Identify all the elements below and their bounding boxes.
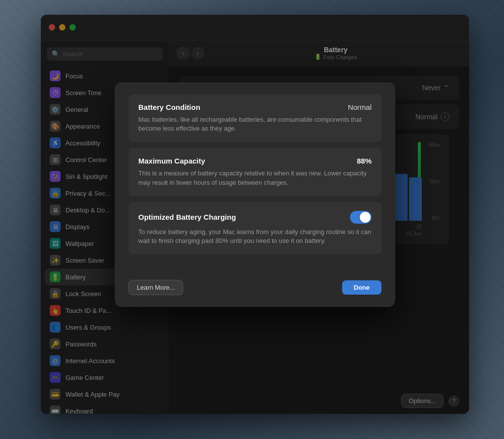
modal-footer: Learn More... Done xyxy=(115,272,395,307)
modal-overlay: Battery Condition Normal Mac batteries, … xyxy=(41,15,469,414)
battery-condition-section: Battery Condition Normal Mac batteries, … xyxy=(128,94,381,142)
modal-body: Battery Condition Normal Mac batteries, … xyxy=(115,82,395,272)
optimized-charging-toggle[interactable] xyxy=(350,211,372,224)
system-preferences-window: 🔍 🌙Focus⏱Screen Time⚙️General🎨Appearance… xyxy=(41,15,469,414)
optimized-charging-header: Optimized Battery Charging xyxy=(138,211,372,224)
battery-condition-title: Battery Condition xyxy=(138,103,200,111)
toggle-knob xyxy=(360,212,371,223)
learn-more-button[interactable]: Learn More... xyxy=(128,280,183,295)
battery-condition-header: Battery Condition Normal xyxy=(138,103,372,111)
optimized-charging-desc: To reduce battery aging, your Mac learns… xyxy=(138,228,372,245)
maximum-capacity-section: Maximum Capacity 88% This is a measure o… xyxy=(128,148,381,196)
battery-condition-value: Normal xyxy=(348,103,372,111)
optimized-charging-title: Optimized Battery Charging xyxy=(138,213,236,221)
maximum-capacity-header: Maximum Capacity 88% xyxy=(138,157,372,165)
done-button[interactable]: Done xyxy=(342,280,382,295)
maximum-capacity-desc: This is a measure of battery capacity re… xyxy=(138,169,372,187)
battery-condition-desc: Mac batteries, like all rechargeable bat… xyxy=(138,115,372,133)
battery-health-modal: Battery Condition Normal Mac batteries, … xyxy=(115,82,395,307)
optimized-charging-section: Optimized Battery Charging To reduce bat… xyxy=(128,202,381,254)
maximum-capacity-value: 88% xyxy=(357,157,372,165)
maximum-capacity-title: Maximum Capacity xyxy=(138,157,205,165)
